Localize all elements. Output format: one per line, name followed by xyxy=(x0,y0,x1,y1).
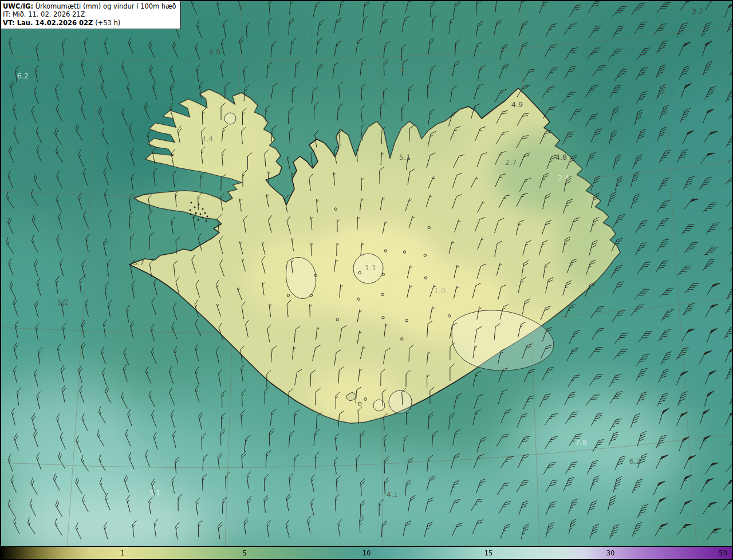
colorbar-tick: 1 xyxy=(120,549,124,557)
init-time: IT: Mið. 11. 02. 2026 21Z xyxy=(3,10,176,18)
weather-map-app: 3.76.66.24.94.45.12.74.82.43.71.11.05.27… xyxy=(0,0,733,560)
colorbar-legend: 1510153050 xyxy=(1,546,732,559)
map-canvas xyxy=(1,1,733,549)
title-line: UWC/IG: Úrkomumætti (mm) og vindur í 100… xyxy=(3,2,176,10)
colorbar-tick: 15 xyxy=(484,549,493,557)
map-title: Úrkomumætti (mm) og vindur í 100m hæð xyxy=(36,2,176,10)
map-title-box: UWC/IG: Úrkomumætti (mm) og vindur í 100… xyxy=(1,1,181,29)
colorbar-tick: 10 xyxy=(362,549,371,557)
colorbar-tick: 5 xyxy=(242,549,246,557)
colorbar-tick: 30 xyxy=(606,549,615,557)
colorbar-tick: 50 xyxy=(719,549,727,557)
valid-line: VT: Lau. 14.02.2026 02Z (+53 h) xyxy=(3,19,176,27)
model-name: UWC/IG: xyxy=(3,2,33,10)
valid-time: VT: Lau. 14.02.2026 02Z xyxy=(3,19,93,27)
lead-time: (+53 h) xyxy=(95,19,120,27)
